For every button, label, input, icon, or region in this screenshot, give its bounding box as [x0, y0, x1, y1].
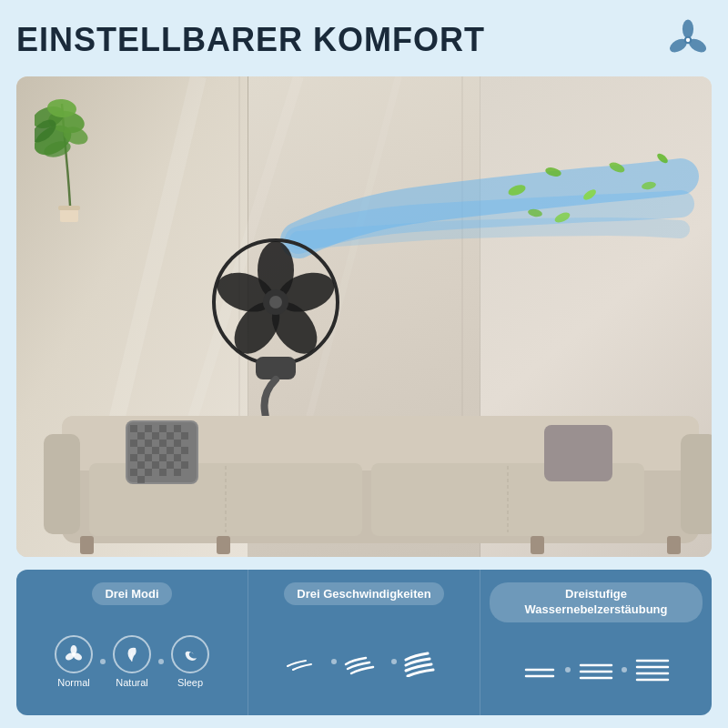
dot-separator-3	[331, 659, 337, 664]
svg-rect-17	[60, 208, 78, 222]
modes-label: Drei Modi	[92, 582, 171, 605]
mode-normal-label: Normal	[57, 677, 89, 688]
mist-mid-icon	[578, 656, 614, 683]
svg-point-86	[72, 652, 76, 656]
speeds-icons	[284, 616, 444, 706]
mist-high-icon	[634, 654, 671, 685]
mist-low-item	[521, 656, 558, 683]
svg-rect-18	[58, 206, 80, 210]
speed-low-icon	[284, 646, 324, 677]
modes-section: Drei Modi Normal	[16, 570, 248, 715]
dot-separator-1	[100, 659, 106, 664]
fan-brand-icon	[664, 16, 712, 64]
speed-mid-item	[344, 646, 384, 677]
dot-separator-4	[391, 659, 397, 664]
room-panel-right	[480, 76, 712, 557]
dot-separator-6	[622, 667, 627, 672]
info-bar: Drei Modi Normal	[16, 570, 712, 715]
natural-leaf-icon	[121, 643, 143, 665]
dot-separator-5	[565, 667, 571, 672]
mode-natural-icon-circle	[113, 635, 151, 673]
speed-mid-icon	[344, 646, 384, 677]
header: EINSTELLBARER KOMFORT	[16, 16, 712, 64]
product-image-area	[16, 76, 712, 557]
mist-icons	[521, 633, 671, 706]
speeds-section: Drei Geschwindigkeiten	[248, 570, 480, 715]
mode-natural-label: Natural	[116, 677, 147, 688]
speeds-label: Drei Geschwindigkeiten	[284, 582, 443, 605]
mist-label: Dreistufige Wassernebelzerstäubung	[490, 582, 703, 622]
page-title: EINSTELLBARER KOMFORT	[16, 21, 485, 59]
mist-low-icon	[521, 656, 558, 683]
speed-high-icon	[404, 646, 444, 677]
room-panel-mid	[248, 76, 480, 557]
mode-sleep-icon-circle	[171, 635, 209, 673]
speed-low-item	[284, 646, 324, 677]
mist-high-item	[634, 654, 671, 685]
speed-high-item	[404, 646, 444, 677]
mode-natural-item: Natural	[113, 635, 151, 688]
modes-icons: Normal Natural	[55, 616, 209, 706]
mode-sleep-label: Sleep	[177, 677, 203, 688]
sleep-moon-icon	[179, 643, 201, 665]
room-background	[16, 76, 712, 557]
dot-separator-2	[158, 659, 164, 664]
mode-sleep-item: Sleep	[171, 635, 209, 688]
mode-normal-item: Normal	[55, 635, 93, 688]
decorative-plant	[35, 95, 107, 222]
mode-normal-icon-circle	[55, 635, 93, 673]
normal-fan-icon	[63, 643, 85, 665]
mist-section: Dreistufige Wassernebelzerstäubung	[480, 570, 712, 715]
svg-point-0	[682, 19, 693, 38]
main-container: EINSTELLBARER KOMFORT	[0, 0, 728, 728]
mist-mid-item	[578, 656, 614, 683]
svg-point-4	[686, 38, 690, 42]
